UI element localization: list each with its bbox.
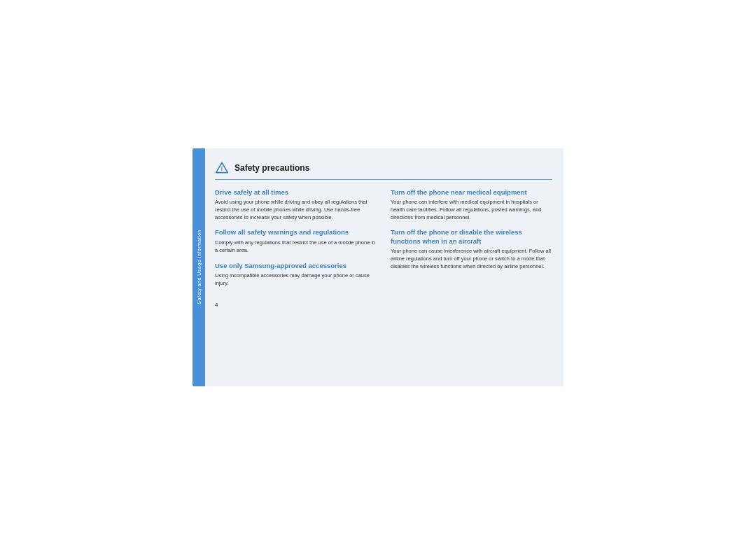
section-turn-off-aircraft: Turn off the phone or disable the wirele…: [391, 228, 552, 270]
section-follow-warnings-title: Follow all safety warnings and regulatio…: [215, 228, 377, 237]
section-drive-safely-title: Drive safely at all times: [215, 188, 377, 197]
section-follow-warnings: Follow all safety warnings and regulatio…: [215, 228, 377, 254]
section-drive-safely: Drive safely at all times Avoid using yo…: [215, 188, 377, 222]
section-samsung-accessories-body: Using incompatible accessories may damag…: [215, 272, 377, 288]
section-follow-warnings-body: Comply with any regulations that restric…: [215, 239, 377, 255]
page-number: 4: [215, 302, 377, 308]
section-samsung-accessories-title: Use only Samsung-approved accessories: [215, 262, 377, 270]
manual-page: Safety and Usage Information ! CAUTION S…: [192, 148, 564, 386]
caution-triangle-icon: ! CAUTION: [215, 161, 229, 175]
page-header: ! CAUTION Safety precautions: [215, 161, 552, 180]
side-tab: Safety and Usage Information: [192, 148, 205, 386]
section-turn-off-medical-title: Turn off the phone near medical equipmen…: [391, 188, 552, 197]
right-column: Turn off the phone near medical equipmen…: [391, 188, 552, 377]
page-container: Safety and Usage Information ! CAUTION S…: [0, 0, 756, 534]
section-turn-off-medical: Turn off the phone near medical equipmen…: [391, 188, 552, 222]
section-samsung-accessories: Use only Samsung-approved accessories Us…: [215, 262, 377, 288]
section-turn-off-aircraft-title: Turn off the phone or disable the wirele…: [391, 228, 552, 246]
side-tab-label: Safety and Usage Information: [197, 230, 202, 304]
page-title: Safety precautions: [234, 163, 309, 173]
section-drive-safely-body: Avoid using your phone while driving and…: [215, 199, 377, 222]
svg-text:!: !: [221, 165, 223, 172]
section-turn-off-medical-body: Your phone can interfere with medical eq…: [391, 199, 552, 222]
section-turn-off-aircraft-body: Your phone can cause interference with a…: [391, 248, 552, 271]
content-area: ! CAUTION Safety precautions Drive safel…: [205, 148, 564, 386]
two-column-layout: Drive safely at all times Avoid using yo…: [215, 188, 552, 377]
left-column: Drive safely at all times Avoid using yo…: [215, 188, 377, 377]
